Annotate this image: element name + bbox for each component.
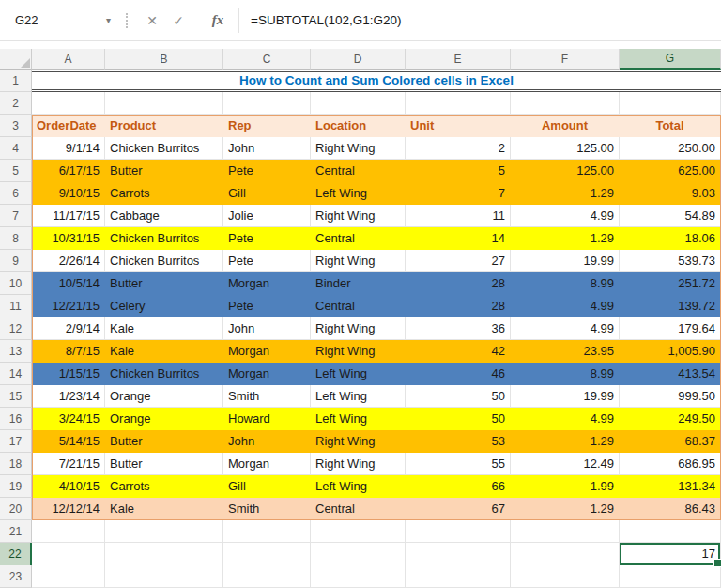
cell-F18[interactable]: 12.49 (511, 453, 620, 475)
column-header-B[interactable]: B (105, 49, 223, 70)
cell-F19[interactable]: 1.99 (511, 475, 620, 498)
cell-C15[interactable]: Smith (223, 385, 311, 408)
row-header-15[interactable]: 15 (0, 385, 32, 408)
cell-E18[interactable]: 55 (406, 453, 511, 475)
cell-C9[interactable]: Pete (223, 250, 311, 272)
cell-C3[interactable]: Rep (223, 115, 311, 137)
cell-F10[interactable]: 8.99 (511, 272, 620, 295)
cell-G4[interactable]: 250.00 (620, 137, 721, 160)
cell-C22[interactable] (223, 543, 311, 565)
cell-A12[interactable]: 2/9/14 (32, 317, 105, 340)
cell-F23[interactable] (511, 565, 620, 588)
insert-function-button[interactable]: fx (205, 8, 231, 34)
cell-A2[interactable] (32, 92, 105, 115)
cell-D20[interactable]: Central (311, 498, 406, 520)
cell-G23[interactable] (620, 565, 721, 588)
column-header-C[interactable]: C (223, 49, 311, 70)
cell-C2[interactable] (223, 92, 311, 115)
enter-button[interactable]: ✓ (165, 8, 192, 34)
name-box-dropdown-icon[interactable]: ▾ (106, 15, 111, 25)
cell-B4[interactable]: Chicken Burritos (105, 137, 223, 160)
cell-B3[interactable]: Product (105, 115, 223, 137)
cell-D14[interactable]: Left Wing (311, 363, 406, 385)
cell-D16[interactable]: Left Wing (311, 408, 406, 430)
cell-F11[interactable]: 4.99 (511, 295, 620, 317)
cell-B15[interactable]: Orange (105, 385, 223, 408)
cell-F16[interactable]: 4.99 (511, 408, 620, 430)
cell-B2[interactable] (105, 92, 223, 115)
cell-B16[interactable]: Orange (105, 408, 223, 430)
cell-G19[interactable]: 131.34 (620, 475, 721, 498)
cell-E8[interactable]: 14 (406, 227, 511, 250)
cell-G9[interactable]: 539.73 (620, 250, 721, 272)
cell-E10[interactable]: 28 (406, 272, 511, 295)
cell-C23[interactable] (223, 565, 311, 588)
cell-C10[interactable]: Morgan (223, 272, 311, 295)
cell-A1[interactable]: How to Count and Sum Colored cells in Ex… (32, 70, 721, 92)
cell-D15[interactable]: Left Wing (311, 385, 406, 408)
cell-G20[interactable]: 86.43 (620, 498, 721, 520)
row-header-8[interactable]: 8 (0, 227, 32, 250)
row-header-12[interactable]: 12 (0, 317, 32, 340)
cell-G2[interactable] (620, 92, 721, 115)
cell-F15[interactable]: 19.99 (511, 385, 620, 408)
cell-B21[interactable] (105, 520, 223, 543)
cell-G11[interactable]: 139.72 (620, 295, 721, 317)
cell-D19[interactable]: Left Wing (311, 475, 406, 498)
cell-G22[interactable]: 17 (620, 543, 721, 565)
cell-F22[interactable] (511, 543, 620, 565)
column-header-E[interactable]: E (406, 49, 511, 70)
cell-D6[interactable]: Left Wing (311, 182, 406, 205)
cell-G10[interactable]: 251.72 (620, 272, 721, 295)
cell-D3[interactable]: Location (311, 115, 406, 137)
cell-F3[interactable]: Amount (511, 115, 620, 137)
cell-F12[interactable]: 4.99 (511, 317, 620, 340)
row-header-13[interactable]: 13 (0, 340, 32, 363)
cell-B18[interactable]: Butter (105, 453, 223, 475)
cell-G18[interactable]: 686.95 (620, 453, 721, 475)
formula-input[interactable]: =SUBTOTAL(102,G1:G20) (251, 13, 721, 27)
cell-E19[interactable]: 66 (406, 475, 511, 498)
cell-D17[interactable]: Right Wing (311, 430, 406, 453)
cell-E6[interactable]: 7 (406, 182, 511, 205)
column-header-D[interactable]: D (311, 49, 406, 70)
cell-B8[interactable]: Chicken Burritos (105, 227, 223, 250)
cell-D22[interactable] (311, 543, 406, 565)
cell-G14[interactable]: 413.54 (620, 363, 721, 385)
cell-C18[interactable]: Morgan (223, 453, 311, 475)
cell-F5[interactable]: 125.00 (511, 160, 620, 182)
cell-D12[interactable]: Right Wing (311, 317, 406, 340)
cell-G6[interactable]: 9.03 (620, 182, 721, 205)
cell-A19[interactable]: 4/10/15 (32, 475, 105, 498)
cancel-button[interactable]: ✕ (139, 8, 165, 34)
cell-F6[interactable]: 1.29 (511, 182, 620, 205)
cell-C5[interactable]: Pete (223, 160, 311, 182)
row-header-14[interactable]: 14 (0, 363, 32, 385)
cell-C6[interactable]: Gill (223, 182, 311, 205)
cell-F20[interactable]: 1.29 (511, 498, 620, 520)
cell-C14[interactable]: Morgan (223, 363, 311, 385)
cell-E4[interactable]: 2 (406, 137, 511, 160)
cell-E3[interactable]: Unit (406, 115, 511, 137)
cell-A3[interactable]: OrderDate (32, 115, 105, 137)
cell-E15[interactable]: 50 (406, 385, 511, 408)
cell-E13[interactable]: 42 (406, 340, 511, 363)
row-header-21[interactable]: 21 (0, 520, 32, 543)
cell-G17[interactable]: 68.37 (620, 430, 721, 453)
cell-D11[interactable]: Central (311, 295, 406, 317)
cell-E5[interactable]: 5 (406, 160, 511, 182)
cell-G13[interactable]: 1,005.90 (620, 340, 721, 363)
cell-G3[interactable]: Total (620, 115, 721, 137)
cell-A18[interactable]: 7/21/15 (32, 453, 105, 475)
row-header-11[interactable]: 11 (0, 295, 32, 317)
cell-D10[interactable]: Binder (311, 272, 406, 295)
cell-F9[interactable]: 19.99 (511, 250, 620, 272)
cell-E11[interactable]: 28 (406, 295, 511, 317)
cell-C4[interactable]: John (223, 137, 311, 160)
cell-B22[interactable] (105, 543, 223, 565)
row-header-18[interactable]: 18 (0, 453, 32, 475)
row-header-3[interactable]: 3 (0, 115, 32, 137)
row-header-19[interactable]: 19 (0, 475, 32, 498)
column-header-A[interactable]: A (32, 49, 105, 70)
cell-D18[interactable]: Right Wing (311, 453, 406, 475)
